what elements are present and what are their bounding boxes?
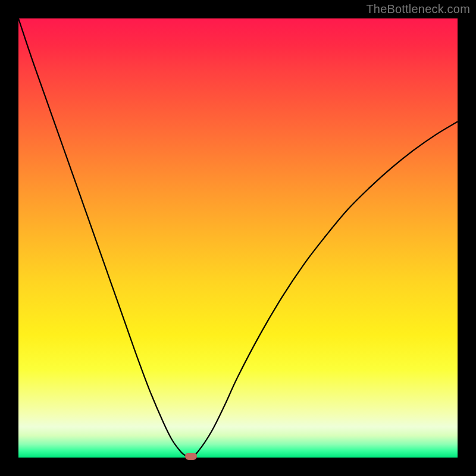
curve-path xyxy=(18,18,458,458)
bottleneck-curve xyxy=(18,18,458,458)
optimal-point-marker xyxy=(185,453,197,460)
watermark-text: TheBottleneck.com xyxy=(366,2,470,16)
chart-frame: TheBottleneck.com xyxy=(0,0,476,476)
plot-area xyxy=(18,18,458,458)
